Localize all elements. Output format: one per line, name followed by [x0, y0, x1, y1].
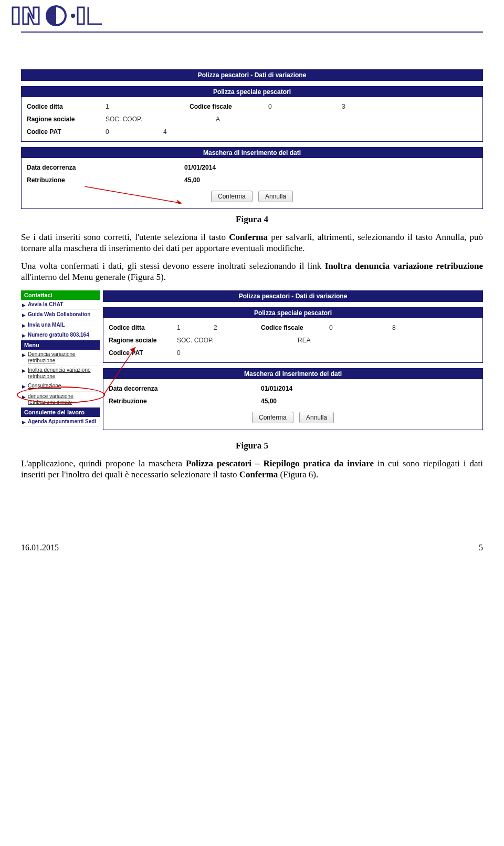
ragione-sociale-suffix: A: [216, 116, 300, 123]
sidebar-item-chat[interactable]: ▶Avvia la CHAT: [21, 300, 100, 310]
fig5-codice-ditta-value-a: 1: [177, 324, 214, 331]
paragraph-3: L'applicazione, quindi propone la masche…: [21, 458, 483, 480]
sidebar-item-inoltra-denuncia[interactable]: ▶Inoltra denuncia variazione retribuzion…: [21, 365, 100, 381]
fig5-codice-ditta-label: Codice ditta: [109, 324, 177, 331]
sidebar-item-agenda[interactable]: ▶Agenda Appuntamenti Sedi: [21, 417, 100, 427]
svg-rect-1: [78, 7, 84, 24]
inail-logo: [12, 4, 483, 28]
svg-line-3: [85, 186, 182, 203]
sidebar-item-guida[interactable]: ▶Guida Web Collaboration: [21, 310, 100, 320]
fig5-codice-fiscale-value-b: 8: [392, 324, 396, 331]
sidebar-item-denunce-inviate[interactable]: ▶denunce variazione retribuzione inviate: [21, 392, 100, 408]
codice-pat-value-a: 0: [106, 128, 163, 135]
fig5-ragione-sociale-value: SOC. COOP.: [177, 337, 298, 344]
data-decorrenza-label: Data decorrenza: [27, 164, 184, 171]
codice-pat-value-b: 4: [163, 128, 247, 135]
conferma-button[interactable]: Conferma: [211, 191, 253, 202]
ragione-sociale-value: SOC. COOP.: [106, 116, 216, 123]
fig5-codice-pat-value: 0: [177, 349, 261, 357]
fig5-codice-ditta-value-b: 2: [214, 324, 261, 331]
annulla-button[interactable]: Annulla: [258, 191, 293, 202]
svg-point-2: [71, 14, 75, 18]
fig5-panel-title: Polizza pescatori - Dati di variazione: [103, 290, 483, 302]
fig4-panel3-header: Maschera di inserimento dei dati: [22, 148, 482, 158]
sidebar-contattaci-header: Contattaci: [21, 290, 100, 300]
data-decorrenza-value: 01/01/2014: [184, 164, 216, 171]
svg-rect-0: [13, 7, 19, 24]
codice-fiscale-value-a: 0: [268, 103, 331, 110]
sidebar: Contattaci ▶Avvia la CHAT ▶Guida Web Col…: [21, 290, 100, 435]
header-rule: [21, 32, 483, 33]
fig5-panel-maschera: Maschera di inserimento dei dati Data de…: [103, 368, 483, 430]
sidebar-item-mail[interactable]: ▶Invia una MAIL: [21, 320, 100, 330]
paragraph-2: Una volta confermati i dati, gli stessi …: [21, 261, 483, 283]
fig5-retribuzione-value: 45,00: [261, 398, 277, 405]
fig5-panel-speciale: Polizza speciale pescatori Codice ditta …: [103, 307, 483, 363]
codice-ditta-label: Codice ditta: [27, 103, 106, 110]
fig4-panel-speciale: Polizza speciale pescatori Codice ditta …: [21, 86, 483, 142]
svg-marker-6: [130, 347, 135, 353]
fig5-codice-fiscale-label: Codice fiscale: [261, 324, 329, 331]
fig5-data-decorrenza-value: 01/01/2014: [261, 385, 292, 392]
footer-date: 16.01.2015: [21, 543, 59, 552]
retribuzione-label: Retribuzione: [27, 176, 184, 184]
sidebar-item-consultazione[interactable]: ▶Consultazione: [21, 381, 100, 391]
fig5-codice-fiscale-value-a: 0: [329, 324, 382, 331]
codice-ditta-value: 1: [106, 103, 190, 110]
figure4-caption: Figura 4: [21, 214, 483, 225]
codice-fiscale-label: Codice fiscale: [190, 103, 268, 110]
figure5-caption: Figura 5: [21, 441, 483, 451]
sidebar-item-denuncia-variazione[interactable]: ▶Denuncia variazione retribuzione: [21, 350, 100, 365]
sidebar-menu-header: Menu: [21, 340, 100, 350]
paragraph-1: Se i dati inseriti sono corretti, l'uten…: [21, 232, 483, 254]
fig4-panel-maschera: Maschera di inserimento dei dati Data de…: [21, 147, 483, 209]
sidebar-consulente-header: Consulente del lavoro: [21, 408, 100, 417]
fig5-panel1-header: Polizza pescatori - Dati di variazione: [103, 291, 482, 301]
fig5-ragione-sociale-suffix: REA: [298, 337, 382, 344]
page-footer: 16.01.2015 5: [21, 543, 483, 552]
fig4-panel-title: Polizza pescatori - Dati di variazione: [21, 69, 483, 81]
footer-page-number: 5: [479, 543, 483, 552]
fig5-annulla-button[interactable]: Annulla: [299, 412, 334, 423]
codice-pat-label: Codice PAT: [27, 128, 106, 135]
ragione-sociale-label: Ragione sociale: [27, 116, 106, 123]
fig4-panel2-header: Polizza speciale pescatori: [22, 87, 482, 97]
svg-marker-4: [177, 200, 182, 204]
fig5-panel3-header: Maschera di inserimento dei dati: [103, 369, 482, 379]
sidebar-item-numero[interactable]: ▶Numero gratuito 803.164: [21, 330, 100, 340]
fig4-panel1-header: Polizza pescatori - Dati di variazione: [22, 70, 482, 80]
red-arrow-icon: [85, 186, 190, 207]
svg-line-5: [104, 347, 135, 394]
fig5-panel2-header: Polizza speciale pescatori: [103, 308, 482, 318]
codice-fiscale-value-b: 3: [342, 103, 345, 110]
retribuzione-value: 45,00: [184, 176, 200, 184]
fig5-conferma-button[interactable]: Conferma: [252, 412, 293, 423]
highlight-arrow-icon: [100, 343, 142, 401]
